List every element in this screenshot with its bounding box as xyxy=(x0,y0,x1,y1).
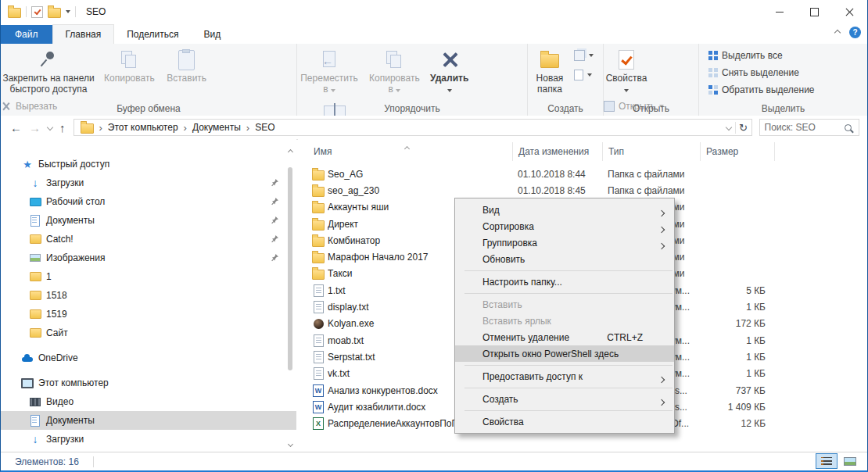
sidebar-item-загрузки[interactable]: Загрузки xyxy=(1,430,296,449)
menu-separator xyxy=(464,410,673,411)
context-menu-item[interactable]: Настроить папку... xyxy=(455,274,674,290)
tab-file[interactable]: Файл xyxy=(1,25,52,44)
context-menu-item: Вставить xyxy=(455,296,674,313)
tab-view[interactable]: Вид xyxy=(191,25,233,44)
sidebar-item-label: Этот компьютер xyxy=(38,377,109,388)
xlsx-file-icon xyxy=(312,417,325,430)
collapse-ribbon-icon[interactable] xyxy=(834,29,841,35)
exe-file-icon xyxy=(312,317,325,330)
sidebar-item-label: 1 xyxy=(46,271,52,282)
sidebar-scrollbar[interactable] xyxy=(285,139,295,452)
file-name: Seo_AG xyxy=(328,169,511,180)
file-date: 01.10.2018 8:44 xyxy=(511,169,601,180)
pin-to-quick-access-button[interactable]: Закрепить на панели быстрого доступа xyxy=(1,44,96,95)
new-folder-button[interactable]: Новая папка xyxy=(528,44,572,95)
recent-locations-icon[interactable] xyxy=(47,124,53,131)
pictures-icon xyxy=(29,252,41,264)
search-input[interactable] xyxy=(760,122,845,133)
maximize-button[interactable] xyxy=(797,0,832,23)
sidebar-item-1[interactable]: 1 xyxy=(1,267,296,286)
file-row[interactable]: seo_ag_230 01.10.2018 8:45 Папка с файла… xyxy=(298,182,867,198)
column-header-name[interactable]: Имя xyxy=(298,142,513,161)
sidebar-item-загрузки[interactable]: Загрузки xyxy=(1,173,296,192)
folder-file-icon xyxy=(312,184,325,197)
context-menu-item[interactable]: Отменить удаление CTRL+Z xyxy=(455,329,674,345)
delete-button[interactable]: Удалить xyxy=(428,44,472,95)
column-header-date[interactable]: Дата изменения xyxy=(513,142,603,161)
context-menu-item[interactable]: Предоставить доступ к xyxy=(455,368,674,384)
group-open: Свойства Открыть Изменить Журнал Отк xyxy=(604,44,699,116)
window-controls xyxy=(762,0,867,23)
tab-home[interactable]: Главная xyxy=(52,24,115,44)
address-box[interactable]: › Этот компьютер › Документы › SEO ↻ xyxy=(74,119,752,136)
folder-file-icon xyxy=(312,251,325,263)
properties-qat-icon[interactable] xyxy=(31,6,43,18)
folder-s-icon xyxy=(29,308,41,320)
refresh-icon[interactable]: ↻ xyxy=(735,122,751,134)
scroll-up-icon[interactable] xyxy=(287,148,293,155)
scrollbar-thumb[interactable] xyxy=(288,167,292,370)
sidebar-item-изображения[interactable]: Изображения xyxy=(1,249,296,267)
file-row[interactable]: Seo_AG 01.10.2018 8:44 Папка с файлами xyxy=(298,166,867,182)
column-header-type[interactable]: Тип xyxy=(603,142,701,161)
context-menu-item[interactable]: Группировка xyxy=(455,234,674,251)
computer-icon xyxy=(21,377,34,389)
new-folder-qat-icon[interactable] xyxy=(48,8,61,18)
thumbnails-view-button[interactable] xyxy=(839,453,861,469)
breadcrumb-seo[interactable]: SEO xyxy=(255,122,274,133)
column-header-size[interactable]: Размер xyxy=(701,142,775,161)
sidebar-item-label: Изображения xyxy=(46,252,105,263)
submenu-arrow-icon xyxy=(659,223,664,234)
sidebar-item-документы[interactable]: Документы xyxy=(1,411,296,430)
minimize-button[interactable] xyxy=(762,0,797,23)
context-menu-item[interactable]: Сортировка xyxy=(455,218,674,234)
context-menu-item[interactable]: Создать xyxy=(455,391,674,407)
desktop-icon xyxy=(29,195,41,208)
breadcrumb-this-pc[interactable]: Этот компьютер xyxy=(108,122,178,133)
menu-item-label: Вставить xyxy=(482,299,665,310)
menu-item-label: Создать xyxy=(482,394,665,405)
sidebar-item-быстрый-доступ[interactable]: Быстрый доступ xyxy=(1,155,296,173)
close-button[interactable] xyxy=(832,0,867,23)
context-menu-item[interactable]: Свойства xyxy=(455,413,674,430)
sidebar-item-сайт[interactable]: Сайт xyxy=(1,324,296,342)
sidebar-item-документы[interactable]: Документы xyxy=(1,211,296,230)
move-to-icon xyxy=(321,50,338,69)
help-icon[interactable]: ? xyxy=(849,27,861,38)
easy-access-button[interactable] xyxy=(574,49,594,62)
copy-button: Копировать xyxy=(99,44,160,84)
select-all-button[interactable]: Выделить все xyxy=(708,49,815,62)
forward-button: → xyxy=(29,121,41,134)
sidebar-item-catch-[interactable]: Catch! xyxy=(1,230,296,249)
sidebar-item-этот-компьютер[interactable]: Этот компьютер xyxy=(1,374,296,392)
qat-customize-caret-icon[interactable] xyxy=(66,10,70,13)
sidebar-item-onedrive[interactable]: OneDrive xyxy=(1,349,296,367)
navigation-buttons: ← → ↑ xyxy=(1,121,74,134)
tab-share[interactable]: Поделиться xyxy=(114,25,191,44)
new-item-button[interactable] xyxy=(574,69,594,81)
context-menu-item[interactable]: Открыть окно PowerShell здесь xyxy=(455,345,674,362)
invert-selection-button[interactable]: Обратить выделение xyxy=(708,84,815,96)
sidebar-item-1518[interactable]: 1518 xyxy=(1,286,296,305)
group-label: Выделить xyxy=(699,103,867,114)
sidebar-item-1519[interactable]: 1519 xyxy=(1,305,296,324)
folder-s-icon xyxy=(29,233,41,245)
folder-s-icon xyxy=(29,327,41,339)
breadcrumb-documents[interactable]: Документы xyxy=(192,122,241,133)
search-icon[interactable] xyxy=(845,124,852,131)
sidebar-item-рабочий-стол[interactable]: Рабочий стол xyxy=(1,192,296,211)
up-button[interactable]: ↑ xyxy=(59,121,66,134)
sidebar-item-label: Загрузки xyxy=(46,434,84,445)
folder-file-icon xyxy=(312,218,325,231)
address-dropdown-icon[interactable] xyxy=(723,125,735,130)
group-clipboard: Закрепить на панели быстрого доступа Коп… xyxy=(1,44,297,116)
group-label: Открыть xyxy=(604,103,698,114)
details-view-button[interactable] xyxy=(816,453,838,469)
sidebar-item-видео[interactable]: Видео xyxy=(1,392,296,411)
scroll-down-icon[interactable] xyxy=(287,441,293,447)
back-button[interactable]: ← xyxy=(10,121,22,134)
context-menu-item[interactable]: Обновить xyxy=(455,251,674,267)
properties-button[interactable]: Свойства xyxy=(604,44,649,95)
select-none-button[interactable]: Снять выделение xyxy=(708,66,815,79)
context-menu-item[interactable]: Вид xyxy=(455,202,674,218)
